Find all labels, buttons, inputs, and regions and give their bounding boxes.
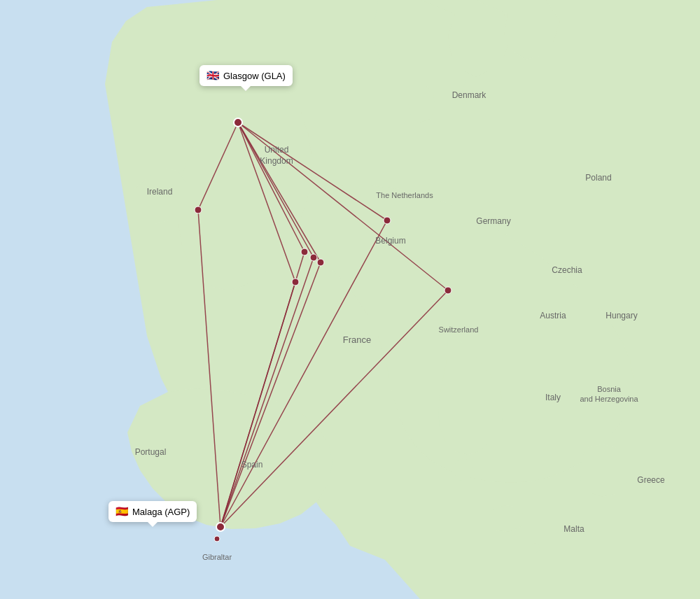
svg-point-19	[292, 279, 299, 286]
svg-text:Czechia: Czechia	[552, 265, 582, 275]
svg-point-23	[216, 523, 225, 531]
svg-text:Austria: Austria	[540, 311, 566, 320]
svg-text:United: United	[265, 145, 289, 155]
svg-text:Italy: Italy	[545, 393, 561, 402]
svg-text:and Herzegovina: and Herzegovina	[580, 395, 638, 403]
svg-point-21	[444, 287, 451, 294]
svg-point-24	[214, 536, 220, 542]
svg-text:The Netherlands: The Netherlands	[376, 191, 433, 199]
svg-text:Kingdom: Kingdom	[260, 156, 293, 166]
map-container: Ireland United Kingdom Denmark The Nethe…	[0, 0, 700, 599]
svg-text:Greece: Greece	[637, 475, 665, 485]
svg-text:Malta: Malta	[564, 524, 584, 534]
svg-point-18	[317, 259, 324, 266]
svg-text:Switzerland: Switzerland	[439, 325, 479, 334]
svg-text:Belgium: Belgium	[375, 236, 405, 246]
svg-point-17	[310, 254, 317, 261]
svg-point-22	[234, 118, 242, 127]
svg-text:Germany: Germany	[476, 216, 510, 226]
svg-point-15	[195, 206, 202, 213]
svg-text:Poland: Poland	[585, 173, 611, 183]
svg-text:Ireland: Ireland	[147, 187, 173, 197]
svg-text:Spain: Spain	[241, 460, 263, 470]
svg-text:Denmark: Denmark	[452, 90, 487, 100]
svg-point-20	[384, 217, 391, 224]
svg-text:Portugal: Portugal	[135, 447, 167, 457]
svg-text:Bosnia: Bosnia	[597, 385, 622, 393]
map-svg: Ireland United Kingdom Denmark The Nethe…	[0, 0, 700, 599]
svg-text:Hungary: Hungary	[606, 311, 637, 320]
svg-text:Gibraltar: Gibraltar	[202, 553, 232, 561]
svg-text:France: France	[343, 334, 371, 345]
svg-point-16	[301, 248, 308, 255]
